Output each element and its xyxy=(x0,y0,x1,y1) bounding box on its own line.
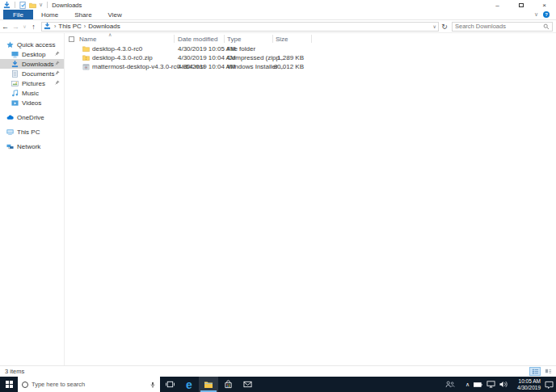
column-divider[interactable] xyxy=(224,35,225,43)
speaker-icon[interactable] xyxy=(499,381,508,388)
show-hidden-icons-chevron[interactable]: ∧ xyxy=(465,381,470,388)
sidebar-item-documents[interactable]: Documents xyxy=(0,69,64,78)
status-bar: 3 items xyxy=(0,365,556,377)
sort-ascending-icon: ∧ xyxy=(108,32,112,37)
pin-icon xyxy=(55,51,60,56)
crumb-separator: › xyxy=(84,23,86,29)
minimize-button[interactable]: – xyxy=(486,0,509,10)
column-headers: ∧ Name Date modified Type Size xyxy=(65,33,556,44)
pin-icon xyxy=(55,61,60,65)
edge-button[interactable]: e xyxy=(179,377,199,392)
microphone-icon[interactable] xyxy=(150,381,156,388)
breadcrumb: › This PC › Downloads xyxy=(54,23,120,30)
large-icons-view-button[interactable] xyxy=(542,367,554,376)
file-size: 80,012 KB xyxy=(259,63,304,70)
sidebar-item-this-pc[interactable]: This PC xyxy=(0,127,64,137)
sidebar-label: Quick access xyxy=(17,41,56,48)
details-view-button[interactable] xyxy=(529,367,541,376)
action-center-icon[interactable] xyxy=(545,381,554,389)
up-button[interactable]: ↑ xyxy=(28,23,39,31)
star-icon xyxy=(6,41,14,48)
properties-icon[interactable] xyxy=(19,2,27,9)
expand-ribbon-chevron[interactable]: ∨ xyxy=(534,11,538,18)
search-input[interactable] xyxy=(453,23,543,30)
breadcrumb-downloads[interactable]: Downloads xyxy=(88,23,120,30)
column-header-type[interactable]: Type xyxy=(227,36,241,43)
taskbar-search-input[interactable] xyxy=(32,381,146,388)
msi-installer-icon xyxy=(82,63,90,70)
sidebar-item-videos[interactable]: Videos xyxy=(0,98,64,107)
address-dropdown-chevron[interactable]: ∨ xyxy=(433,23,436,29)
sidebar-item-pictures[interactable]: Pictures xyxy=(0,78,64,88)
sidebar-item-quick-access[interactable]: Quick access xyxy=(0,40,64,49)
file-type: File folder xyxy=(227,45,255,53)
refresh-icon[interactable]: ↻ xyxy=(439,23,450,31)
downloads-icon xyxy=(11,61,19,68)
column-divider[interactable] xyxy=(174,35,175,43)
divider xyxy=(15,2,15,8)
file-row-mattermost-msi[interactable]: mattermost-desktop-v4.3.0-rc0-x64.msi 4/… xyxy=(65,62,556,71)
music-icon xyxy=(11,90,19,97)
tab-file[interactable]: File xyxy=(3,10,33,19)
file-size: 1,289 KB xyxy=(259,54,304,61)
crumb-separator: › xyxy=(54,23,56,29)
forward-button[interactable]: → xyxy=(11,23,21,31)
file-explorer-button[interactable] xyxy=(199,377,218,392)
taskbar-clock[interactable]: 10:05 AM 4/30/2019 xyxy=(512,378,541,391)
video-icon xyxy=(11,99,19,107)
file-row-desktop-zip[interactable]: desktop-4.3.0-rc0.zip 4/30/2019 10:04 AM… xyxy=(65,53,556,62)
address-field[interactable]: › This PC › Downloads ∨ xyxy=(41,22,439,32)
close-button[interactable]: × xyxy=(533,0,556,10)
details-view-icon xyxy=(532,368,539,375)
help-icon[interactable]: ? xyxy=(543,11,550,18)
battery-icon[interactable] xyxy=(474,381,482,388)
computer-icon xyxy=(6,129,14,136)
breadcrumb-this-pc[interactable]: This PC xyxy=(58,23,81,30)
customize-qat-chevron[interactable]: ∨ xyxy=(39,2,43,8)
task-view-button[interactable] xyxy=(160,377,179,392)
tab-view[interactable]: View xyxy=(100,10,130,19)
start-button[interactable] xyxy=(0,377,18,392)
store-button[interactable] xyxy=(218,377,238,392)
maximize-button[interactable] xyxy=(509,0,533,10)
network-tray-icon[interactable] xyxy=(486,381,495,388)
new-folder-icon[interactable] xyxy=(29,2,36,9)
column-divider[interactable] xyxy=(272,35,273,43)
column-header-size[interactable]: Size xyxy=(276,36,289,43)
file-row-desktop-folder[interactable]: desktop-4.3.0-rc0 4/30/2019 10:05 AM Fil… xyxy=(65,44,556,53)
items-count: 3 items xyxy=(5,368,24,375)
sidebar-item-desktop[interactable]: Desktop xyxy=(0,49,64,59)
tab-home[interactable]: Home xyxy=(33,10,66,19)
tab-share[interactable]: Share xyxy=(66,10,99,19)
column-header-name[interactable]: Name xyxy=(79,36,96,43)
title-bar: ∨ Downloads – × xyxy=(0,0,556,10)
network-icon xyxy=(6,143,14,150)
sidebar-item-music[interactable]: Music xyxy=(0,88,64,98)
file-name: desktop-4.3.0-rc0 xyxy=(92,45,142,53)
mail-icon xyxy=(243,380,252,389)
clock-time: 10:05 AM xyxy=(512,378,541,385)
task-view-icon xyxy=(166,380,175,389)
file-name: desktop-4.3.0-rc0.zip xyxy=(92,54,153,61)
desktop-icon xyxy=(11,51,19,58)
document-icon xyxy=(11,70,19,78)
sidebar-label: Music xyxy=(22,90,39,97)
column-divider[interactable] xyxy=(311,35,312,43)
recent-locations-chevron[interactable]: ∨ xyxy=(21,23,28,29)
taskbar-search-box[interactable] xyxy=(18,377,160,392)
sidebar-item-network[interactable]: Network xyxy=(0,141,64,151)
system-tray: ∧ 10:05 AM 4/30/2019 xyxy=(444,377,556,392)
downloads-location-icon xyxy=(44,23,51,30)
file-list: ∧ Name Date modified Type Size desktop-4… xyxy=(65,33,556,365)
mail-button[interactable] xyxy=(238,377,257,392)
window-title: Downloads xyxy=(52,2,82,9)
sidebar-label: Documents xyxy=(22,70,54,78)
select-all-checkbox[interactable] xyxy=(69,36,74,42)
sidebar-item-onedrive[interactable]: OneDrive xyxy=(0,112,64,122)
column-header-date-modified[interactable]: Date modified xyxy=(178,36,217,43)
search-box[interactable] xyxy=(452,22,553,32)
back-button[interactable]: ← xyxy=(0,23,11,31)
sidebar-item-downloads[interactable]: Downloads xyxy=(0,59,64,69)
people-icon[interactable] xyxy=(444,381,455,388)
cortana-icon xyxy=(22,381,28,388)
